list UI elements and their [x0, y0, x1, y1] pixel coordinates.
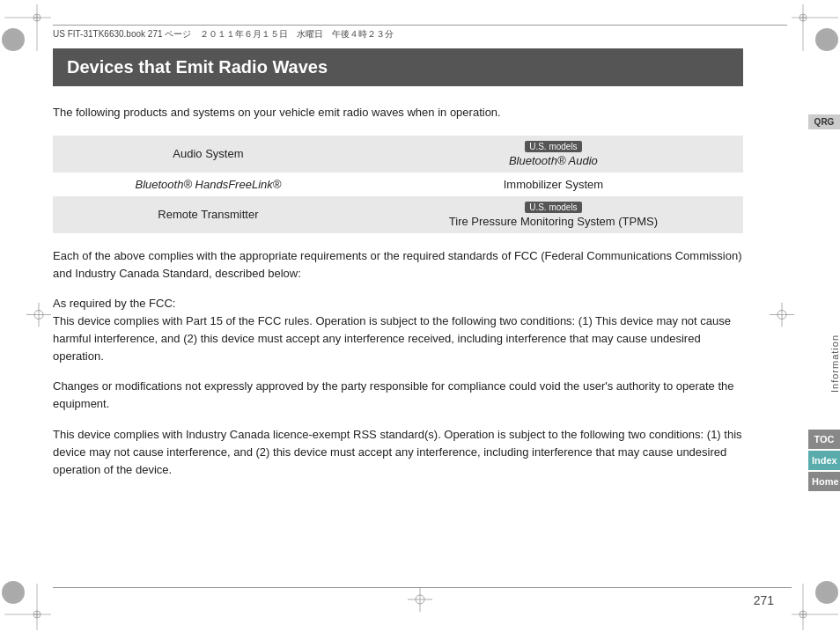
page-number: 271 [754, 593, 774, 607]
body-paragraph-1: Each of the above complies with the appr… [53, 247, 743, 283]
right-sidebar: QRG Information TOC Index Home [803, 0, 840, 632]
us-models-badge: U.S. models [525, 202, 581, 213]
svg-point-15 [6, 585, 20, 599]
home-tab[interactable]: Home [808, 472, 840, 491]
toc-tab[interactable]: TOC [808, 430, 840, 449]
cell-value: Bluetooth® Audio [509, 154, 598, 167]
page-title: Devices that Emit Radio Waves [53, 48, 743, 86]
table-cell: U.S. models Tire Pressure Monitoring Sys… [364, 196, 743, 233]
bottom-line [53, 587, 792, 588]
table-cell: Remote Transmitter [53, 196, 364, 233]
corner-decoration-bl [0, 579, 53, 632]
cell-with-badge: U.S. models Bluetooth® Audio [374, 141, 733, 167]
body-paragraph-2: As required by the FCC: This device comp… [53, 295, 743, 366]
intro-text: The following products and systems on yo… [53, 104, 743, 121]
body-paragraph-3: Changes or modifications not expressly a… [53, 378, 743, 413]
us-models-badge: U.S. models [525, 141, 581, 152]
top-bar: US FIT-31TK6630.book 271 ページ ２０１１年６月１５日 … [53, 25, 787, 40]
qrg-tab[interactable]: QRG [808, 114, 840, 129]
nav-tabs: TOC Index Home [808, 430, 840, 491]
corner-decoration-tl [0, 0, 53, 53]
table-row: Audio System U.S. models Bluetooth® Audi… [53, 136, 743, 173]
table-cell: Audio System [53, 136, 364, 173]
table-row: Remote Transmitter U.S. models Tire Pres… [53, 196, 743, 233]
crosshair-right [770, 303, 794, 330]
table-row: Bluetooth® HandsFreeLink® Immobilizer Sy… [53, 173, 743, 196]
svg-point-1 [6, 33, 20, 47]
table-cell: Bluetooth® HandsFreeLink® [53, 173, 364, 196]
cell-with-badge: U.S. models Tire Pressure Monitoring Sys… [374, 202, 733, 228]
main-content: Devices that Emit Radio Waves The follow… [53, 48, 743, 588]
index-tab[interactable]: Index [808, 451, 840, 470]
table-cell: U.S. models Bluetooth® Audio [364, 136, 743, 173]
body-paragraph-4: This device complies with Industry Canad… [53, 426, 743, 479]
crosshair-left [26, 303, 51, 330]
info-label: Information [829, 334, 840, 393]
devices-table: Audio System U.S. models Bluetooth® Audi… [53, 136, 743, 233]
cell-value: Tire Pressure Monitoring System (TPMS) [449, 215, 658, 228]
table-cell: Immobilizer System [364, 173, 743, 196]
crosshair-bottom [408, 587, 432, 614]
